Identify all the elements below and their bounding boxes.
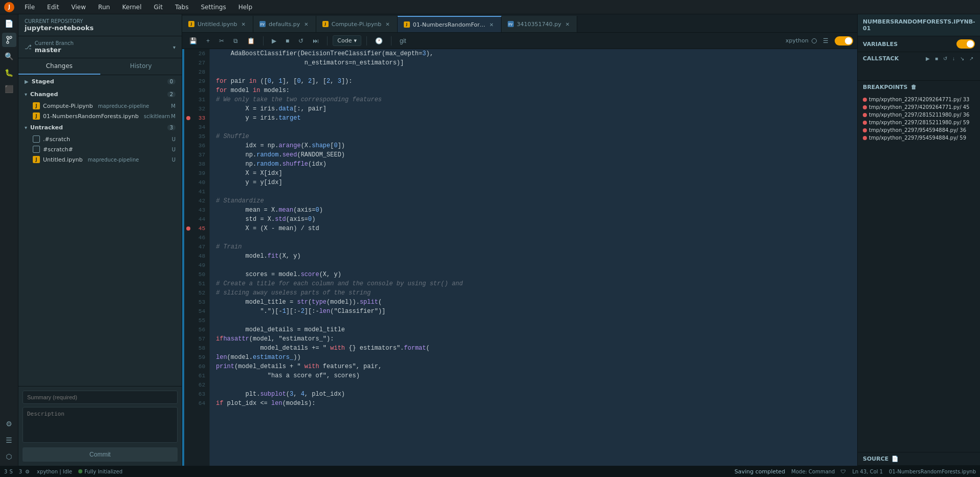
tab-history[interactable]: History: [100, 58, 182, 75]
tab-close-3[interactable]: ✕: [488, 21, 494, 28]
activity-icon-git[interactable]: [2, 33, 16, 47]
tab-close-4[interactable]: ✕: [564, 21, 571, 28]
breakpoints-trash-icon[interactable]: 🗑: [911, 84, 917, 90]
line-num-52[interactable]: 52: [184, 288, 209, 298]
line-num-35[interactable]: 35: [184, 132, 209, 141]
line-num-43[interactable]: 43: [184, 206, 209, 215]
line-num-31[interactable]: 31: [184, 95, 209, 104]
callstack-play-btn[interactable]: ▶: [924, 55, 931, 62]
activity-icon-settings[interactable]: ⚙: [2, 417, 16, 431]
line-num-50[interactable]: 50: [184, 270, 209, 279]
line-num-61[interactable]: 61: [184, 371, 209, 380]
toolbar-run-btn[interactable]: ▶: [269, 36, 279, 46]
line-num-37[interactable]: 37: [184, 150, 209, 160]
line-num-60[interactable]: 60: [184, 362, 209, 371]
variables-toggle-switch[interactable]: [956, 39, 975, 49]
changed-file-1[interactable]: J 01-NumbersRandomForests.ipynb scikitle…: [18, 111, 182, 121]
line-num-33[interactable]: 33: [184, 113, 209, 123]
toolbar-restart-btn[interactable]: ↺: [295, 36, 307, 46]
tab-close-2[interactable]: ✕: [384, 21, 390, 28]
activity-icon-debug[interactable]: 🐛: [2, 65, 16, 80]
line-num-26[interactable]: 26: [184, 49, 209, 58]
callstack-step-out-btn[interactable]: ↗: [968, 55, 975, 62]
callstack-step-over-btn[interactable]: ↓: [951, 55, 956, 62]
toolbar-fast-btn[interactable]: ⏭: [310, 36, 322, 46]
editor-tab-1[interactable]: py defaults.py ✕: [253, 16, 316, 32]
editor-tab-2[interactable]: J Compute-Pi.ipynb ✕: [316, 16, 398, 32]
line-num-62[interactable]: 62: [184, 380, 209, 390]
changed-file-0[interactable]: J Compute-Pi.ipynb mapreduce-pipeline M: [18, 101, 182, 111]
commit-description-input[interactable]: [23, 407, 178, 443]
menu-edit[interactable]: Edit: [45, 3, 61, 12]
line-num-55[interactable]: 55: [184, 316, 209, 325]
changed-section-header[interactable]: ▾ Changed 2: [18, 88, 182, 101]
commit-button[interactable]: Commit: [23, 447, 178, 462]
line-num-56[interactable]: 56: [184, 325, 209, 334]
menu-file[interactable]: File: [23, 3, 37, 12]
untracked-section-header[interactable]: ▾ Untracked 3: [18, 121, 182, 134]
line-num-45[interactable]: 45: [184, 224, 209, 233]
line-num-53[interactable]: 53: [184, 298, 209, 307]
menu-view[interactable]: View: [69, 3, 88, 12]
toolbar-clock-btn[interactable]: 🕐: [372, 36, 386, 46]
line-num-54[interactable]: 54: [184, 307, 209, 316]
menu-run[interactable]: Run: [96, 3, 112, 12]
status-settings-btn[interactable]: ⚙: [24, 469, 31, 474]
menu-help[interactable]: Help: [236, 3, 254, 12]
line-num-42[interactable]: 42: [184, 196, 209, 206]
untracked-file-1[interactable]: #scratch# U: [18, 144, 182, 154]
breakpoint-entry-2[interactable]: tmp/xpython_2297/2815211980.py/ 36: [863, 111, 975, 119]
breakpoint-entry-1[interactable]: tmp/xpython_2297/4209264771.py/ 45: [863, 103, 975, 111]
activity-icon-search[interactable]: 🔍: [2, 49, 16, 63]
editor-tab-3[interactable]: J 01-NumbersRandomFor… ✕: [398, 16, 502, 32]
line-num-48[interactable]: 48: [184, 252, 209, 261]
line-num-40[interactable]: 40: [184, 178, 209, 187]
line-num-46[interactable]: 46: [184, 233, 209, 242]
activity-icon-file[interactable]: 📄: [2, 16, 16, 31]
tab-close-1[interactable]: ✕: [303, 21, 309, 28]
toolbar-add-btn[interactable]: +: [203, 36, 213, 46]
menu-kernel[interactable]: Kernel: [120, 3, 144, 12]
breakpoint-entry-0[interactable]: tmp/xpython_2297/4209264771.py/ 33: [863, 96, 975, 103]
activity-icon-extensions[interactable]: ⬛: [2, 82, 16, 96]
line-num-64[interactable]: 64: [184, 399, 209, 408]
line-num-34[interactable]: 34: [184, 123, 209, 132]
breakpoint-entry-3[interactable]: tmp/xpython_2297/2815211980.py/ 59: [863, 119, 975, 126]
untracked-file-0[interactable]: .#scratch U: [18, 134, 182, 144]
line-num-49[interactable]: 49: [184, 261, 209, 270]
line-num-47[interactable]: 47: [184, 242, 209, 252]
toolbar-kernel-settings[interactable]: ☰: [820, 36, 832, 46]
menu-git[interactable]: Git: [152, 3, 165, 12]
activity-icon-extensions2[interactable]: ⬡: [2, 449, 16, 464]
commit-summary-input[interactable]: [23, 391, 178, 404]
line-num-41[interactable]: 41: [184, 187, 209, 196]
branch-section[interactable]: ⎇ Current Branch master ▾: [18, 36, 182, 58]
menu-settings[interactable]: Settings: [199, 3, 228, 12]
callstack-stop-btn[interactable]: ■: [933, 55, 940, 62]
toolbar-paste-btn[interactable]: 📋: [244, 36, 258, 46]
line-num-59[interactable]: 59: [184, 353, 209, 362]
line-num-51[interactable]: 51: [184, 279, 209, 288]
breakpoint-entry-4[interactable]: tmp/xpython_2297/954594884.py/ 36: [863, 126, 975, 134]
line-num-28[interactable]: 28: [184, 67, 209, 77]
menu-tabs[interactable]: Tabs: [173, 3, 191, 12]
line-num-63[interactable]: 63: [184, 390, 209, 399]
line-num-57[interactable]: 57: [184, 334, 209, 344]
editor-tab-0[interactable]: J Untitled.ipynb ✕: [182, 16, 253, 32]
breakpoint-entry-5[interactable]: tmp/xpython_2297/954594884.py/ 59: [863, 134, 975, 142]
cell-type-dropdown[interactable]: Code ▾: [333, 35, 361, 46]
untracked-file-2[interactable]: J Untitled.ipynb mapreduce-pipeline U: [18, 154, 182, 165]
toolbar-cut-btn[interactable]: ✂: [216, 36, 227, 46]
line-num-38[interactable]: 38: [184, 160, 209, 169]
line-num-32[interactable]: 32: [184, 104, 209, 113]
toolbar-copy-btn[interactable]: ⧉: [230, 36, 241, 46]
editor-tab-4[interactable]: py 3410351740.py ✕: [502, 16, 577, 32]
line-num-58[interactable]: 58: [184, 344, 209, 353]
callstack-restart-btn[interactable]: ↺: [942, 55, 949, 62]
activity-icon-list[interactable]: ☰: [2, 433, 16, 447]
toolbar-save-btn[interactable]: 💾: [186, 36, 200, 46]
callstack-step-in-btn[interactable]: ↘: [959, 55, 966, 62]
line-num-30[interactable]: 30: [184, 86, 209, 95]
code-scroll[interactable]: AdaBoostClassifier(DecisionTreeClassifie…: [210, 49, 857, 466]
line-num-27[interactable]: 27: [184, 58, 209, 67]
